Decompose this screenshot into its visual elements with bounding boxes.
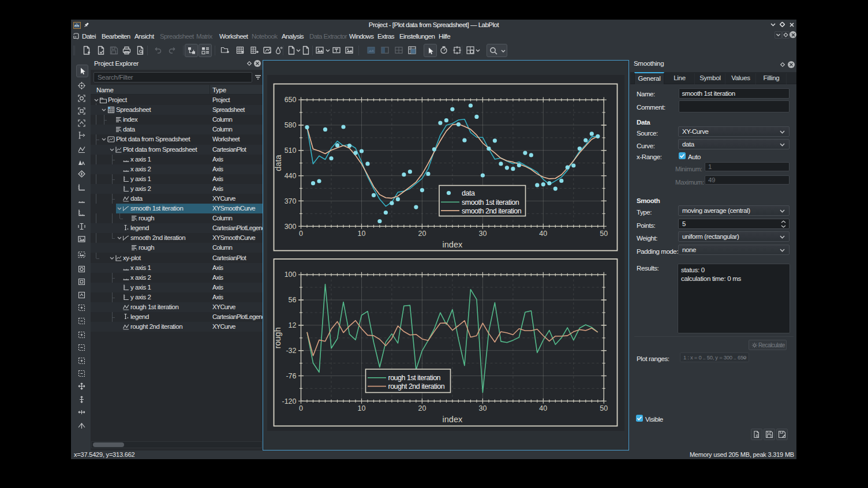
svg-text:440: 440 [284,171,296,179]
svg-text:index: index [442,415,462,424]
svg-text:rough: rough [273,327,282,348]
svg-text:10: 10 [357,230,365,238]
svg-text:50: 50 [600,230,608,238]
svg-text:0: 0 [299,404,303,412]
svg-text:data: data [274,154,283,171]
svg-text:0: 0 [299,230,303,238]
svg-text:300: 300 [284,222,296,230]
svg-text:50: 50 [600,404,608,412]
svg-text:index: index [442,240,462,249]
svg-text:510: 510 [284,146,296,154]
svg-text:370: 370 [284,197,296,205]
svg-text:rought 2nd iteration: rought 2nd iteration [388,382,444,391]
svg-text:-32: -32 [286,346,296,354]
svg-text:30: 30 [478,404,487,412]
svg-text:40: 40 [539,230,547,238]
svg-text:-120: -120 [282,397,296,405]
svg-text:40: 40 [539,404,547,412]
svg-text:-76: -76 [286,371,296,380]
svg-text:20: 20 [418,404,426,412]
svg-text:20: 20 [418,230,426,238]
svg-text:30: 30 [478,230,487,238]
svg-text:rough 1st iteration: rough 1st iteration [388,374,440,382]
svg-text:12: 12 [288,321,296,329]
svg-text:smooth 1st iteration: smooth 1st iteration [462,198,519,206]
svg-text:650: 650 [284,96,296,104]
svg-text:smooth 2nd iteration: smooth 2nd iteration [462,207,522,215]
svg-text:100: 100 [284,271,296,279]
svg-text:56: 56 [288,296,296,304]
svg-text:data: data [462,189,475,197]
svg-text:580: 580 [284,121,296,129]
svg-text:10: 10 [357,404,365,412]
